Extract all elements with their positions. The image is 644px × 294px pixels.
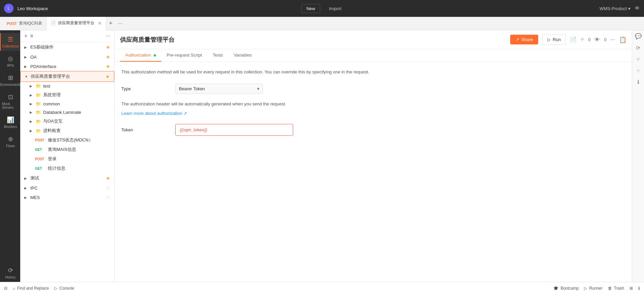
token-input[interactable] [176, 125, 293, 135]
panel-add-icon[interactable]: + [24, 33, 27, 39]
list-item[interactable]: POST 登录 [20, 154, 114, 164]
chevron-right-icon: ▶ [30, 102, 34, 106]
sidebar-item-history[interactable]: ⟳ History [0, 264, 20, 282]
run-icon: ▷ [547, 37, 551, 42]
sidebar-item-mock-servers[interactable]: ⊡ Mock Servers [0, 91, 20, 112]
find-replace-button[interactable]: ⌕ Find and Replace [13, 286, 49, 291]
find-replace-label: Find and Replace [17, 286, 49, 291]
trash-icon: 🗑 [608, 286, 612, 291]
content-body: This authorization method will be used f… [115, 62, 632, 282]
layout-button[interactable]: ⊞ [630, 286, 633, 291]
star-icon[interactable]: ★ [106, 44, 110, 50]
panel-filter-icon[interactable]: ≡ [30, 33, 33, 39]
document-icon[interactable]: 📋 [619, 36, 626, 43]
learn-more-link[interactable]: Learn more about authorization ↗ [121, 111, 187, 116]
info-icon[interactable]: ℹ [637, 79, 639, 85]
save-icon[interactable]: 📄 [570, 36, 577, 43]
star-icon[interactable]: ☆ [106, 185, 110, 191]
list-item[interactable]: ▶ PDAInterface ★ [20, 62, 114, 71]
list-item[interactable]: ▶ 📁 test [20, 82, 114, 90]
list-item[interactable]: ▶ 📁 与OA交互 [20, 117, 114, 126]
sidebar-item-label: Collections [2, 44, 19, 48]
list-item[interactable]: ▶ 📁 进料检查 [20, 126, 114, 135]
pull-requests-icon[interactable]: ⑂ [637, 57, 640, 63]
token-row: Token [121, 124, 625, 136]
eye-icon[interactable]: 👁 [635, 5, 640, 11]
list-item[interactable]: ▶ MES ☆ [20, 193, 114, 202]
bootcamp-button[interactable]: 🎓 Bootcamp [553, 286, 579, 291]
tab-collection-active[interactable]: 📄 供应商质量管理平台 ✕ [47, 17, 106, 30]
list-item[interactable]: POST 修改STS状态(MDCN） [20, 135, 114, 145]
list-item-active[interactable]: ▼ 供应商质量管理平台 ★ [20, 71, 114, 82]
star-icon[interactable]: ★ [106, 175, 110, 181]
tab-more-icon[interactable]: ··· [115, 21, 125, 27]
watch-icon[interactable]: 👁 [594, 37, 600, 43]
panel-more-icon[interactable]: ··· [106, 33, 110, 39]
type-select[interactable]: Bearer Token No Auth API Key Basic Auth … [175, 84, 263, 94]
list-item[interactable]: ▶ ES基础操作 ★ [20, 42, 114, 52]
auth-type-row: Type Bearer Token No Auth API Key Basic … [121, 84, 625, 94]
chevron-right-icon: ▶ [24, 45, 28, 49]
console-button[interactable]: ▷ Console [54, 286, 74, 291]
chevron-right-icon: ▶ [24, 55, 28, 59]
tab-close-icon[interactable]: ✕ [98, 21, 102, 26]
tab-variables[interactable]: Variables [228, 49, 257, 62]
tab-post-qc[interactable]: POST 查询IQC列表 [3, 17, 47, 30]
collections-list: ▶ ES基础操作 ★ ▶ OA ★ ▶ PDAInterface ★ ▼ 供应商… [20, 42, 114, 282]
folder-name: common [43, 101, 110, 106]
list-item[interactable]: ▶ OA ★ [20, 52, 114, 62]
share-button[interactable]: ↗ Share [510, 35, 539, 44]
folder-icon: 📁 [36, 101, 41, 106]
run-button[interactable]: ▷ Run [542, 34, 566, 45]
runner-button[interactable]: ▷ Runner [584, 286, 602, 291]
tab-pre-request-script[interactable]: Pre-request Script [161, 49, 208, 62]
info-button[interactable]: ℹ [638, 286, 640, 291]
environment-selector[interactable]: WMS-Product ▾ [600, 6, 631, 11]
star-icon[interactable]: ☆ [106, 195, 110, 200]
bootcamp-icon: 🎓 [553, 286, 558, 291]
sidebar-item-monitors[interactable]: 📊 Monitors [0, 113, 20, 131]
chevron-right-icon: ▶ [30, 84, 34, 88]
folder-name: 与OA交互 [43, 118, 110, 124]
fork-icon[interactable]: ⑂ [581, 37, 584, 43]
list-item[interactable]: ▶ 测试 ★ [20, 173, 114, 183]
sidebar-item-apis[interactable]: ◎ APIs [0, 52, 20, 70]
chevron-right-icon: ▶ [24, 65, 28, 68]
sidebar-toggle[interactable]: ⊟ [4, 286, 7, 291]
share-icon: ↗ [516, 37, 519, 42]
star-icon[interactable]: ★ [106, 64, 110, 69]
collection-name: MES [30, 195, 104, 200]
sidebar-icons: ☰ Collections ◎ APIs ⊞ Environments ⊡ Mo… [0, 30, 20, 282]
star-icon[interactable]: ★ [105, 74, 110, 79]
trash-label: Trash [614, 286, 624, 291]
import-button[interactable]: Import [324, 4, 346, 13]
auth-info-text: The authorization header will be automat… [121, 101, 625, 108]
list-item[interactable]: ▶ 📁 系统管理 [20, 90, 114, 100]
sidebar-item-collections[interactable]: ☰ Collections [0, 33, 20, 51]
comments-icon[interactable]: 💬 [635, 33, 642, 39]
bottom-right: 🎓 Bootcamp ▷ Runner 🗑 Trash ⊞ ℹ [553, 286, 640, 291]
list-item[interactable]: GET 查询MAIS信息 [20, 145, 114, 154]
folder-icon: 📁 [36, 119, 41, 124]
more-icon[interactable]: ··· [611, 37, 615, 43]
star-icon[interactable]: ★ [106, 54, 110, 60]
history-right-icon[interactable]: ⟳ [636, 45, 640, 51]
new-button[interactable]: New [301, 4, 320, 13]
chevron-right-icon: ▶ [24, 176, 28, 180]
trash-button[interactable]: 🗑 Trash [608, 286, 624, 291]
folder-name: test [43, 84, 110, 89]
git-icon[interactable]: ⑂ [637, 68, 640, 73]
method-badge: POST [35, 157, 46, 161]
sidebar-item-label: History [5, 275, 16, 279]
list-item[interactable]: ▶ IPC ☆ [20, 183, 114, 193]
tab-tests[interactable]: Tests [207, 49, 228, 62]
type-select-wrapper: Bearer Token No Auth API Key Basic Auth … [175, 84, 263, 94]
tab-authorization[interactable]: Authorization [120, 49, 161, 62]
sidebar-item-environments[interactable]: ⊞ Environments [0, 71, 20, 89]
tab-add-icon[interactable]: + [106, 20, 115, 27]
list-item[interactable]: GET 统计信息 [20, 164, 114, 173]
tab-label: Variables [234, 53, 252, 58]
list-item[interactable]: ▶ 📁 common [20, 100, 114, 108]
list-item[interactable]: ▶ 📁 Databank Laminate [20, 108, 114, 117]
sidebar-item-flows[interactable]: ⊛ Flows [0, 133, 20, 151]
